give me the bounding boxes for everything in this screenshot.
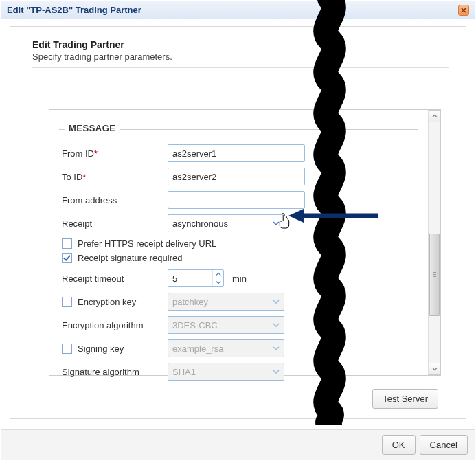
chevron-down-icon <box>273 220 280 227</box>
signing-key-select[interactable]: example_rsa <box>168 339 284 357</box>
signing-key-value: example_rsa <box>172 344 223 354</box>
signing-key-label-wrap: Signing key <box>62 344 165 354</box>
signature-algo-value: SHA1 <box>172 367 196 377</box>
from-id-label: From ID* <box>62 148 165 159</box>
prefer-https-label: Prefer HTTPS receipt delivery URL <box>78 238 216 249</box>
scroll-frame: MESSAGE From ID* To ID* From address <box>49 109 441 376</box>
receipt-label: Receipt <box>62 218 165 229</box>
row-encryption-key: Encryption key patchkey <box>62 291 428 313</box>
message-legend: MESSAGE <box>65 123 120 133</box>
vertical-scrollbar[interactable] <box>428 110 440 375</box>
chevron-down-icon <box>273 368 280 375</box>
scroll-down-button[interactable] <box>429 363 440 375</box>
receipt-timeout-value: 5 <box>168 273 212 284</box>
encryption-algo-label: Encryption algorithm <box>62 320 165 330</box>
ok-button[interactable]: OK <box>382 435 416 455</box>
row-receipt-sig: Receipt signature required <box>62 253 428 263</box>
row-from-address: From address <box>62 189 428 211</box>
receipt-value: asynchronous <box>172 218 228 229</box>
signature-algo-select[interactable]: SHA1 <box>168 363 284 381</box>
scroll-thumb[interactable] <box>429 234 440 316</box>
receipt-sig-label: Receipt signature required <box>78 253 182 263</box>
receipt-timeout-stepper[interactable]: 5 <box>168 269 224 287</box>
inner-panel: Edit Trading Partner Specify trading par… <box>10 26 466 419</box>
row-prefer-https: Prefer HTTPS receipt delivery URL <box>62 238 428 249</box>
signing-key-label: Signing key <box>78 344 124 354</box>
dialog-window: Edit "TP-AS2B" Trading Partner Edit Trad… <box>1 1 475 460</box>
encryption-key-label-wrap: Encryption key <box>62 297 165 307</box>
spin-down[interactable] <box>213 278 223 286</box>
content-area: Edit Trading Partner Specify trading par… <box>1 19 475 429</box>
from-id-input[interactable] <box>168 144 305 162</box>
to-id-label: To ID* <box>62 172 165 182</box>
signature-algo-label: Signature algorithm <box>62 367 165 377</box>
test-server-button[interactable]: Test Server <box>372 389 438 409</box>
dialog-footer: OK Cancel <box>1 429 475 460</box>
row-to-id: To ID* <box>62 166 428 188</box>
row-receipt: Receipt asynchronous <box>62 212 428 234</box>
receipt-select[interactable]: asynchronous <box>168 214 284 232</box>
prefer-https-checkbox[interactable] <box>62 238 72 249</box>
chevron-down-icon <box>273 298 280 305</box>
section-title: Edit Trading Partner <box>32 39 449 50</box>
row-from-id: From ID* <box>62 142 428 164</box>
close-icon <box>461 8 466 13</box>
to-id-input[interactable] <box>168 168 305 185</box>
from-address-label: From address <box>62 195 165 205</box>
separator <box>32 67 449 68</box>
close-button[interactable] <box>458 5 469 16</box>
required-marker: * <box>94 148 98 159</box>
message-fieldset: MESSAGE <box>59 129 418 130</box>
titlebar: Edit "TP-AS2B" Trading Partner <box>1 1 475 19</box>
from-address-input[interactable] <box>168 191 305 209</box>
spin-up[interactable] <box>213 270 223 278</box>
encryption-algo-value: 3DES-CBC <box>172 320 218 330</box>
chevron-down-icon <box>273 322 280 328</box>
dialog-title: Edit "TP-AS2B" Trading Partner <box>7 5 458 15</box>
encryption-key-checkbox[interactable] <box>62 297 72 307</box>
test-server-wrap: Test Server <box>372 389 438 409</box>
chevron-down-icon <box>273 345 280 352</box>
required-marker: * <box>82 172 86 182</box>
row-signing-key: Signing key example_rsa <box>62 337 428 359</box>
row-signature-algo: Signature algorithm SHA1 <box>62 361 428 383</box>
row-encryption-algo: Encryption algorithm 3DES-CBC <box>62 314 428 336</box>
timeout-unit: min <box>232 273 247 284</box>
receipt-timeout-label: Receipt timeout <box>62 273 165 284</box>
receipt-sig-checkbox[interactable] <box>62 253 72 263</box>
encryption-algo-select[interactable]: 3DES-CBC <box>168 316 284 334</box>
scroll-up-button[interactable] <box>429 110 440 122</box>
form-body: From ID* To ID* From address Receip <box>49 130 428 383</box>
cancel-button[interactable]: Cancel <box>420 435 468 455</box>
encryption-key-value: patchkey <box>172 297 208 307</box>
encryption-key-select[interactable]: patchkey <box>168 293 284 311</box>
row-receipt-timeout: Receipt timeout 5 min <box>62 267 428 289</box>
signing-key-checkbox[interactable] <box>62 344 72 354</box>
spin-buttons <box>212 270 223 286</box>
encryption-key-label: Encryption key <box>78 297 136 307</box>
section-subtitle: Specify trading partner parameters. <box>32 52 449 62</box>
